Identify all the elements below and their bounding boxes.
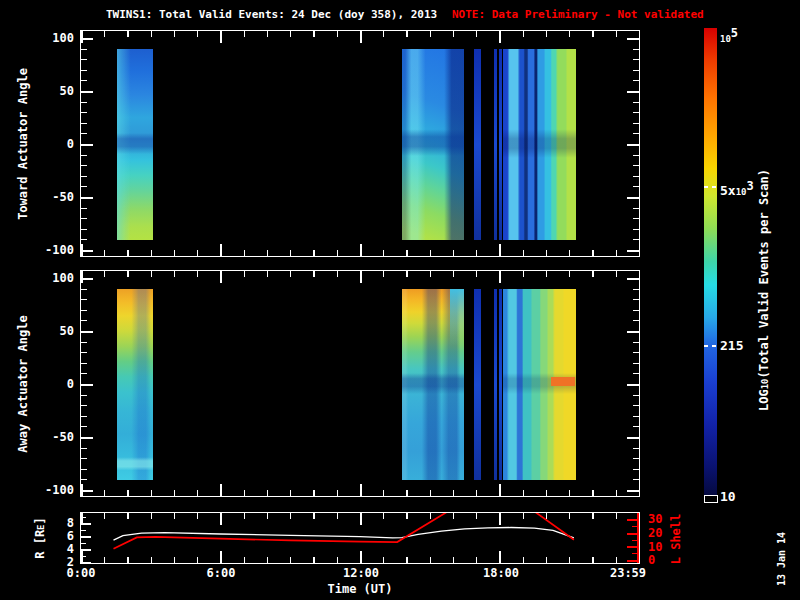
y-tick-label: 0 [28,378,74,391]
y-tick-label: -50 [28,191,74,204]
toward-spectrogram [81,49,639,240]
colorbar-tick-dash [704,345,717,347]
y-tick-label: 50 [28,325,74,338]
plot-title: TWINS1: Total Valid Events: 24 Dec (doy … [106,8,437,21]
y-tick-label: -100 [28,484,74,497]
y-tick-label: 100 [28,272,74,285]
axis-ticks [81,523,91,564]
spectrogram-segment [499,289,502,480]
axis-ticks [81,31,639,43]
colorbar-axis-label: LOG10(Total Valid Events per Scan) [757,169,771,411]
axis-ticks [81,278,93,492]
x-tick-label: 0:00 [51,567,111,580]
y-tick-label: 100 [28,32,74,45]
datestamp: 13 Jan 14 [776,532,787,586]
colorbar-tick-label: 105 [720,26,738,46]
spectrogram-segment [117,289,153,480]
spectrogram-segment [402,289,464,480]
colorbar-tick-dash [704,186,717,188]
x-tick-label: 18:00 [471,567,531,580]
axis-ticks [627,278,639,492]
colorbar-tick-label: 215 [720,339,743,353]
axis-ticks [81,244,639,256]
y-tick-label: 50 [28,85,74,98]
axis-ticks [627,519,637,563]
x-tick-label: 12:00 [331,567,391,580]
axis-ticks [81,271,639,283]
spectrogram-segment [503,49,576,240]
spectrogram-segment [474,49,481,240]
axis-ticks [81,513,639,525]
colorbar-end-cap [704,495,718,503]
x-axis-label: Time (UT) [300,583,420,596]
l-shell-tick-label: 0 [648,554,655,567]
spectrogram-segment [494,289,497,480]
spectrogram-segment [474,289,481,480]
axis-ticks [81,38,93,252]
away-spectrogram [81,289,639,480]
x-tick-label: 23:59 [598,567,658,580]
spectrogram-segment [499,49,502,240]
preliminary-note: NOTE: Data Preliminary - Not validated [452,8,704,21]
l-shell-axis-label: L Shell [669,514,683,565]
l-shell-axis-line [637,513,639,563]
axis-ticks [81,551,639,563]
spectrogram-segment [494,49,497,240]
axis-ticks [81,484,639,496]
l-shell-tick-label: 30 [648,513,662,526]
plot-page: { "title": { "main": "TWINS1: Total Vali… [0,0,800,600]
x-tick-label: 6:00 [191,567,251,580]
y-tick-label: 0 [28,138,74,151]
colorbar-tick-label: 5x103 [720,179,754,199]
spectrogram-segment [402,49,464,240]
colorbar [704,28,717,495]
y-tick-label: -50 [28,431,74,444]
axis-ticks [627,38,639,252]
away-spectrogram-panel [80,270,640,497]
spectrogram-segment [503,289,576,480]
l-shell-tick-label: 20 [648,527,662,540]
spectrogram-segment [117,49,153,240]
orbit-line-panel [80,512,640,564]
toward-spectrogram-panel [80,30,640,257]
y-tick-label: -100 [28,244,74,257]
colorbar-tick-label: 10 [720,490,736,504]
